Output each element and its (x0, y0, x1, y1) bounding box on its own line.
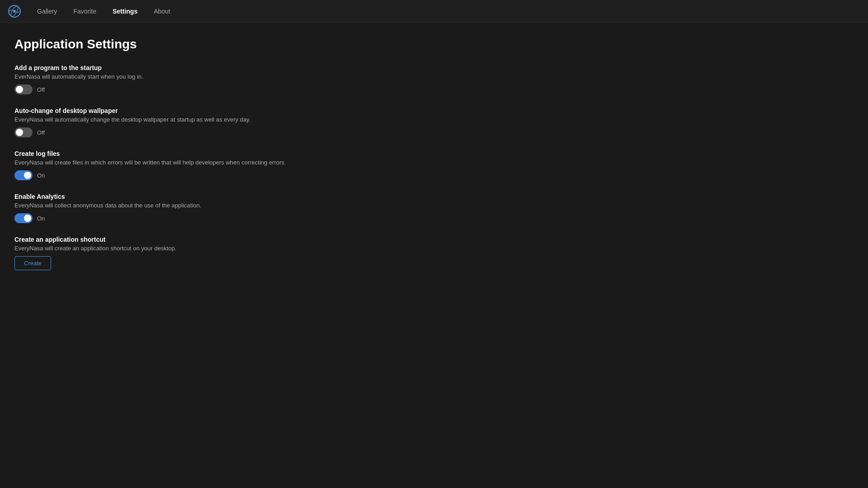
setting-startup: Add a program to the startup EverNasa wi… (14, 64, 854, 94)
nav-item-settings[interactable]: Settings (106, 5, 144, 18)
setting-analytics: Enable Analytics EveryNasa will collect … (14, 193, 854, 223)
setting-log-files-title: Create log files (14, 150, 854, 157)
navbar: Gallery Favorite Settings About (0, 0, 868, 23)
toggle-log-files[interactable] (14, 170, 33, 180)
nav-item-favorite[interactable]: Favorite (67, 5, 103, 18)
setting-log-files-desc: EveryNasa will create files in which err… (14, 159, 854, 166)
setting-startup-title: Add a program to the startup (14, 64, 854, 71)
toggle-startup-label: Off (37, 86, 45, 93)
main-content: Application Settings Add a program to th… (0, 23, 868, 297)
setting-startup-desc: EverNasa will automatically start when y… (14, 73, 854, 80)
toggle-log-files-label: On (37, 172, 45, 179)
nav-item-gallery[interactable]: Gallery (31, 5, 63, 18)
toggle-analytics-label: On (37, 215, 45, 222)
toggle-wallpaper[interactable] (14, 127, 33, 137)
setting-shortcut-desc: EveryNasa will create an application sho… (14, 245, 854, 252)
setting-wallpaper-desc: EveryNasa will automatically change the … (14, 116, 854, 123)
toggle-wallpaper-label: Off (37, 129, 45, 136)
page-title: Application Settings (14, 37, 854, 52)
app-logo (7, 4, 22, 19)
toggle-analytics[interactable] (14, 213, 33, 223)
setting-analytics-title: Enable Analytics (14, 193, 854, 200)
setting-log-files: Create log files EveryNasa will create f… (14, 150, 854, 180)
setting-wallpaper-title: Auto-change of desktop wallpaper (14, 107, 854, 114)
setting-wallpaper: Auto-change of desktop wallpaper EveryNa… (14, 107, 854, 137)
toggle-startup[interactable] (14, 84, 33, 94)
setting-analytics-desc: EveryNasa will collect anonymous data ab… (14, 202, 854, 209)
setting-shortcut: Create an application shortcut EveryNasa… (14, 236, 854, 270)
nav-item-about[interactable]: About (147, 5, 177, 18)
setting-shortcut-title: Create an application shortcut (14, 236, 854, 243)
create-shortcut-button[interactable]: Create (14, 256, 51, 270)
